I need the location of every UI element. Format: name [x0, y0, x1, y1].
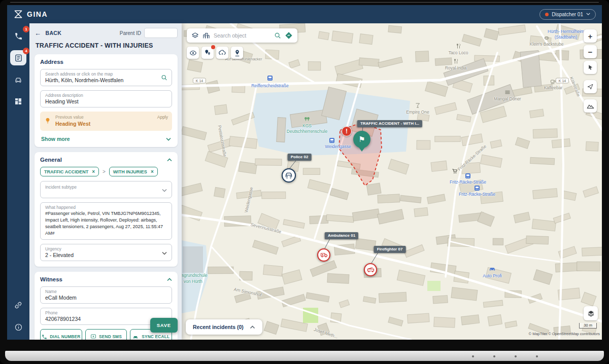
search-object-input[interactable]	[214, 32, 270, 39]
ambulance-icon	[320, 252, 328, 258]
navigate-diamond-icon[interactable]	[285, 31, 293, 40]
transit-stop-label: Weidengasse	[325, 144, 351, 149]
parent-id-input[interactable]	[144, 28, 178, 38]
bezel-highlight	[10, 2, 599, 3]
collapse-icon[interactable]	[167, 158, 172, 162]
police-car-icon	[285, 172, 293, 179]
school-label: KGS	[302, 123, 312, 128]
witness-phone-label: Phone	[45, 310, 167, 315]
send-sms-button[interactable]: SEND SMS	[85, 329, 127, 340]
top-header: GINA Dispatcher 01	[7, 5, 602, 23]
laptop-base	[5, 351, 604, 361]
incidents-badge: 4	[23, 48, 29, 54]
search-icon[interactable]	[161, 75, 167, 81]
witness-name-field[interactable]: Name eCall Modem	[40, 286, 172, 304]
sidebar-item-fleet[interactable]	[10, 72, 26, 87]
previous-value-suggestion: Previous value Heading West Apply	[40, 112, 172, 131]
pin-select-icon	[234, 49, 241, 57]
gina-app: GINA Dispatcher 01 1 4	[7, 5, 602, 340]
bus-stop-icon	[465, 173, 470, 178]
address-search-field[interactable]: Search address or click on the map Hürth…	[40, 69, 172, 86]
parent-id-label: Parent ID	[120, 30, 141, 36]
tag-separator: >	[103, 169, 106, 174]
sidebar-item-incidents[interactable]: 4	[10, 50, 26, 65]
poi-label: Kaffeebar	[544, 85, 563, 90]
back-label: BACK	[45, 30, 61, 36]
urgency-label: Urgency	[45, 246, 167, 251]
chevron-down-icon	[586, 13, 590, 16]
terrain-button[interactable]	[584, 99, 597, 113]
visibility-tool[interactable]	[187, 47, 199, 59]
what-happened-field[interactable]: What happened #Passenger vehicle, Petrol…	[40, 202, 172, 240]
address-description-field[interactable]: Address description Heading West	[40, 90, 172, 107]
map-attribution: © MapTiler © OpenStreetMap contributors	[529, 332, 600, 336]
main-area: 1 4	[7, 23, 602, 340]
info-icon	[14, 323, 23, 332]
sidebar-item-calls[interactable]: 1	[10, 28, 26, 44]
markers-tool[interactable]	[201, 47, 214, 59]
sidebar-item-about[interactable]	[10, 319, 26, 335]
save-button[interactable]: SAVE	[150, 318, 178, 333]
incident-subtype-chip[interactable]: WITH INJURIES×	[109, 167, 158, 176]
ambulance-unit-marker[interactable]	[317, 248, 330, 262]
incident-marker[interactable]: ⚑	[353, 131, 370, 148]
road-ref-badge: K 14	[556, 78, 569, 84]
address-heading: Address	[40, 59, 63, 65]
road-ref-badge: K 14	[193, 78, 206, 84]
alert-marker[interactable]: !	[342, 126, 352, 136]
sms-icon	[90, 334, 96, 340]
chevron-down-icon	[162, 248, 167, 257]
layers-icon[interactable]	[191, 32, 199, 40]
chevron-down-icon	[166, 137, 171, 141]
base-dot	[493, 355, 495, 357]
police-unit-marker[interactable]	[282, 168, 296, 183]
firefighter-unit-marker[interactable]	[364, 263, 377, 276]
incident-subtype-select[interactable]: Incident subtype	[40, 181, 172, 198]
remove-tag-icon[interactable]: ×	[92, 169, 95, 174]
screen: GINA Dispatcher 01 1 4	[7, 5, 602, 340]
terrain-icon	[587, 103, 594, 109]
firefighter-unit-label: Firefighter 07	[374, 246, 406, 253]
urgency-value: 2 - Elevated	[45, 252, 167, 258]
sidebar-item-integrations[interactable]	[10, 298, 26, 313]
cloud-location-tool[interactable]	[216, 47, 228, 59]
dial-number-button[interactable]: DIAL NUMBER	[40, 329, 82, 340]
recent-incidents-label: Recent incidents (0)	[193, 324, 244, 330]
incident-form-panel: ← BACK Parent ID TRAFFIC ACCIDENT - WITH…	[29, 23, 182, 340]
search-icon[interactable]	[274, 32, 281, 39]
basemap-layers-button[interactable]	[584, 306, 598, 320]
notification-dot	[211, 45, 215, 49]
show-more-toggle[interactable]: Show more	[40, 135, 172, 142]
apply-button[interactable]: Apply	[157, 115, 168, 120]
sidebar-item-dashboard[interactable]	[10, 94, 26, 109]
select-cursor-button[interactable]	[584, 61, 597, 74]
urgency-select[interactable]: Urgency 2 - Elevated	[40, 244, 172, 261]
poi-label: Royal India	[445, 65, 467, 70]
calls-badge: 1	[23, 26, 29, 32]
locate-button[interactable]	[584, 80, 597, 93]
back-button[interactable]: ← BACK	[35, 29, 61, 37]
bus-stop-icon	[475, 186, 480, 191]
zoom-in-button[interactable]: +	[584, 29, 597, 43]
map-canvas[interactable]: Reifferscheidstraße Auf dem Mühlenacker …	[182, 23, 602, 340]
base-dot	[536, 355, 538, 357]
recent-incidents-bar[interactable]: Recent incidents (0)	[186, 319, 262, 335]
set-location-tool[interactable]	[231, 47, 243, 59]
street-label: Reifferscheidstraße	[251, 83, 289, 88]
police-unit-label: Police 02	[288, 154, 312, 161]
pins-icon	[204, 49, 211, 56]
remove-tag-icon[interactable]: ×	[151, 169, 154, 174]
dispatcher-menu-button[interactable]: Dispatcher 01	[539, 9, 596, 20]
back-arrow-icon: ←	[35, 29, 41, 37]
collapse-icon[interactable]	[167, 278, 172, 281]
incident-list-icon	[14, 54, 23, 62]
incident-type-chip[interactable]: TRAFFIC ACCIDENT×	[40, 167, 99, 176]
map-controls: + −	[584, 29, 597, 113]
restaurant-icon	[456, 44, 461, 49]
map-tools	[187, 47, 243, 59]
city-icon[interactable]	[202, 32, 210, 40]
zoom-out-button[interactable]: −	[584, 45, 597, 58]
poi-label: Mangal Döner	[494, 96, 521, 101]
previous-value-label: Previous value	[55, 115, 168, 120]
school-label: von Hürth	[184, 279, 202, 284]
